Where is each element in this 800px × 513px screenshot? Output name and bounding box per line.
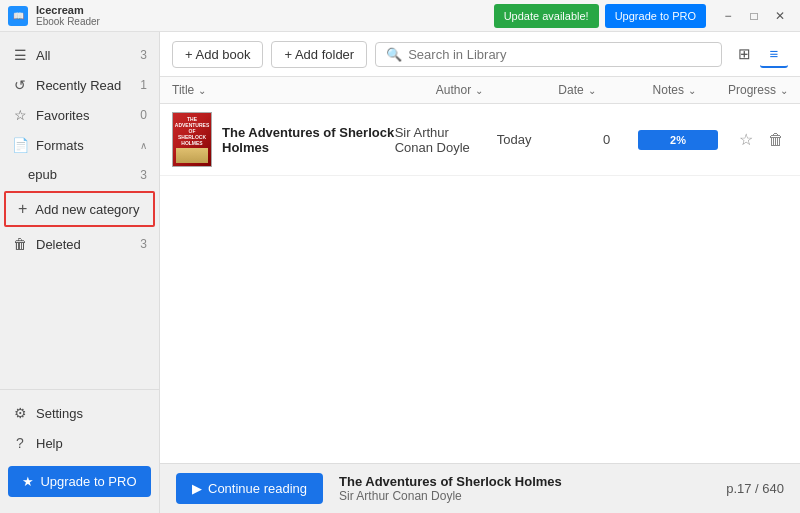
bottom-page-info: p.17 / 640 [726, 481, 784, 496]
minimize-button[interactable]: − [716, 4, 740, 28]
grid-icon: ⊞ [738, 45, 751, 63]
upgrade-pro-sidebar-button[interactable]: ★ Upgrade to PRO [8, 466, 151, 497]
search-box: 🔍 [375, 42, 722, 67]
sidebar-count-recently-read: 1 [140, 78, 147, 92]
all-icon: ☰ [12, 47, 28, 63]
author-sort-icon: ⌄ [475, 85, 483, 96]
book-progress-cell: 2% ☆ 🗑 [638, 128, 788, 152]
table-body: THE ADVENTURES OF SHERLOCK HOLMES The Ad… [160, 104, 800, 463]
settings-icon: ⚙ [12, 405, 28, 421]
toolbar: + Add book + Add folder 🔍 ⊞ ≡ [160, 32, 800, 77]
main-content: + Add book + Add folder 🔍 ⊞ ≡ Title ⌄ [160, 32, 800, 513]
header-date[interactable]: Date ⌄ [558, 83, 652, 97]
favorites-icon: ☆ [12, 107, 28, 123]
notes-sort-icon: ⌄ [688, 85, 696, 96]
sidebar-item-favorites[interactable]: ☆ Favorites 0 [0, 100, 159, 130]
sidebar-item-formats[interactable]: 📄 Formats ∧ [0, 130, 159, 160]
sidebar-count-favorites: 0 [140, 108, 147, 122]
app-logo: 📖 [8, 6, 28, 26]
sidebar-count-epub: 3 [140, 168, 147, 182]
sidebar-label-all: All [36, 48, 50, 63]
play-icon: ▶ [192, 481, 202, 496]
date-sort-icon: ⌄ [588, 85, 596, 96]
book-date-cell: Today [497, 132, 575, 147]
app-body: ☰ All 3 ↺ Recently Read 1 ☆ Favorites 0 … [0, 32, 800, 513]
titlebar-controls: Update available! Upgrade to PRO − □ ✕ [494, 4, 792, 28]
formats-chevron: ∧ [140, 140, 147, 151]
add-category-icon: + [18, 200, 27, 218]
header-progress[interactable]: Progress ⌄ [728, 83, 788, 97]
bottom-book-info: The Adventures of Sherlock Holmes Sir Ar… [339, 474, 710, 503]
sidebar-label-recently-read: Recently Read [36, 78, 121, 93]
sidebar-item-recently-read[interactable]: ↺ Recently Read 1 [0, 70, 159, 100]
add-book-button[interactable]: + Add book [172, 41, 263, 68]
sidebar-label-favorites: Favorites [36, 108, 89, 123]
sidebar-item-deleted[interactable]: 🗑 Deleted 3 [0, 229, 159, 259]
sidebar-label-formats: Formats [36, 138, 84, 153]
upgrade-star-icon: ★ [22, 474, 34, 489]
sidebar-nav: ☰ All 3 ↺ Recently Read 1 ☆ Favorites 0 … [0, 32, 159, 389]
sidebar-item-add-category[interactable]: + Add new category [4, 191, 155, 227]
book-notes-cell: 0 [575, 132, 638, 147]
help-icon: ? [12, 435, 28, 451]
continue-label: Continue reading [208, 481, 307, 496]
table-header: Title ⌄ Author ⌄ Date ⌄ Notes ⌄ Progress… [160, 77, 800, 104]
view-list-button[interactable]: ≡ [760, 40, 788, 68]
search-icon: 🔍 [386, 47, 402, 62]
sidebar-label-epub: epub [28, 167, 57, 182]
sidebar-label-help: Help [36, 436, 63, 451]
titlebar: 📖 Icecream Ebook Reader Update available… [0, 0, 800, 32]
sidebar-label-deleted: Deleted [36, 237, 81, 252]
header-notes[interactable]: Notes ⌄ [653, 83, 728, 97]
sidebar-item-epub[interactable]: epub 3 [0, 160, 159, 189]
add-folder-button[interactable]: + Add folder [271, 41, 367, 68]
deleted-icon: 🗑 [12, 236, 28, 252]
sidebar-bottom: ⚙ Settings ? Help ★ Upgrade to PRO [0, 389, 159, 513]
progress-sort-icon: ⌄ [780, 85, 788, 96]
view-grid-button[interactable]: ⊞ [730, 40, 758, 68]
sidebar: ☰ All 3 ↺ Recently Read 1 ☆ Favorites 0 … [0, 32, 160, 513]
sidebar-item-all[interactable]: ☰ All 3 [0, 40, 159, 70]
app-title: Icecream Ebook Reader [36, 4, 494, 27]
sidebar-count-deleted: 3 [140, 237, 147, 251]
upgrade-pro-titlebar-button[interactable]: Upgrade to PRO [605, 4, 706, 28]
bottom-book-author: Sir Arthur Conan Doyle [339, 489, 710, 503]
delete-icon[interactable]: 🗑 [764, 128, 788, 152]
bottom-book-title: The Adventures of Sherlock Holmes [339, 474, 710, 489]
update-button[interactable]: Update available! [494, 4, 599, 28]
book-cover: THE ADVENTURES OF SHERLOCK HOLMES [172, 112, 212, 167]
bottom-bar: ▶ Continue reading The Adventures of She… [160, 463, 800, 513]
title-sort-icon: ⌄ [198, 85, 206, 96]
formats-icon: 📄 [12, 137, 28, 153]
search-input[interactable] [408, 47, 711, 62]
sidebar-label-add-category: Add new category [35, 202, 139, 217]
view-toggles: ⊞ ≡ [730, 40, 788, 68]
sidebar-item-help[interactable]: ? Help [0, 428, 159, 458]
book-title-cell: The Adventures of Sherlock Holmes [222, 125, 395, 155]
sidebar-label-settings: Settings [36, 406, 83, 421]
sidebar-count-all: 3 [140, 48, 147, 62]
progress-bar: 2% [638, 130, 718, 150]
book-author-cell: Sir ArthurConan Doyle [395, 125, 497, 155]
recently-read-icon: ↺ [12, 77, 28, 93]
maximize-button[interactable]: □ [742, 4, 766, 28]
close-button[interactable]: ✕ [768, 4, 792, 28]
header-author[interactable]: Author ⌄ [436, 83, 559, 97]
action-icons: ☆ 🗑 [734, 128, 788, 152]
upgrade-label: Upgrade to PRO [40, 474, 136, 489]
list-icon: ≡ [770, 45, 779, 62]
favorite-icon[interactable]: ☆ [734, 128, 758, 152]
continue-reading-button[interactable]: ▶ Continue reading [176, 473, 323, 504]
table-row[interactable]: THE ADVENTURES OF SHERLOCK HOLMES The Ad… [160, 104, 800, 176]
sidebar-item-settings[interactable]: ⚙ Settings [0, 398, 159, 428]
header-title[interactable]: Title ⌄ [172, 83, 436, 97]
